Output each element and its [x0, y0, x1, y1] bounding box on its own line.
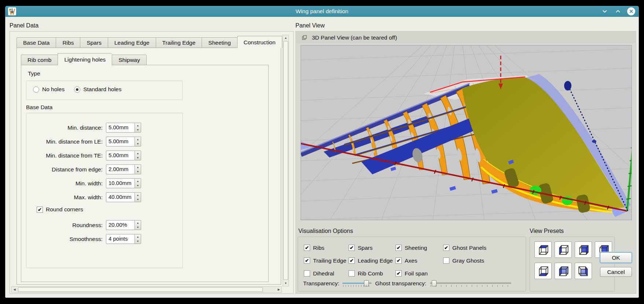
view-preset-top-button[interactable] [534, 241, 552, 258]
3d-viewport[interactable] [301, 45, 632, 220]
max-width-value[interactable]: 40.00mm [106, 192, 135, 202]
spin-up-icon[interactable]: ▲ [135, 193, 141, 197]
round-corners-box[interactable] [37, 207, 43, 213]
min-distance-spin-buttons[interactable]: ▲▼ [135, 123, 141, 133]
min-distance-te-spin-buttons[interactable]: ▲▼ [135, 151, 141, 160]
round-corners-checkbox[interactable]: Round corners [37, 206, 83, 213]
min-distance-te-spinbox[interactable]: 5.00mm ▲▼ [106, 151, 141, 160]
checkbox-ribs-box[interactable] [304, 245, 310, 251]
tab-sheeting[interactable]: Sheeting [202, 37, 237, 48]
tear-off-icon[interactable] [302, 35, 307, 40]
checkbox-dihedral[interactable]: Dihedral [304, 270, 349, 277]
spin-up-icon[interactable]: ▲ [135, 151, 141, 156]
checkbox-axes-box[interactable] [395, 257, 402, 264]
radio-no-holes-circle[interactable] [33, 86, 39, 93]
smoothness-spinbox[interactable]: 4 points ▲▼ [106, 234, 141, 244]
tab-trailing-edge[interactable]: Trailing Edge [156, 37, 202, 48]
min-distance-value[interactable]: 5.00mm [106, 123, 135, 133]
min-width-spinbox[interactable]: 10.00mm ▲▼ [106, 178, 141, 188]
checkbox-leading-edge-box[interactable] [349, 257, 355, 264]
subtab-lightening-holes[interactable]: Lightening holes [58, 53, 112, 65]
spin-down-icon[interactable]: ▼ [135, 183, 141, 188]
smoothness-spin-buttons[interactable]: ▲▼ [135, 234, 141, 244]
checkbox-ribs[interactable]: Ribs [304, 245, 349, 251]
scroll-down-icon[interactable]: ▼ [283, 281, 288, 286]
max-width-spin-buttons[interactable]: ▲▼ [135, 192, 141, 202]
maximize-icon[interactable] [614, 7, 622, 15]
checkbox-trailing-edge[interactable]: Trailing Edge [304, 257, 349, 264]
radio-no-holes[interactable]: No holes [33, 86, 65, 93]
min-distance-te-value[interactable]: 5.00mm [106, 151, 135, 160]
spin-down-icon[interactable]: ▼ [135, 197, 141, 202]
roundness-spin-buttons[interactable]: ▲▼ [135, 220, 141, 230]
distance-from-edge-spinbox[interactable]: 2.00mm ▲▼ [106, 164, 141, 174]
spin-down-icon[interactable]: ▼ [135, 225, 141, 230]
roundness-value[interactable]: 20.00% [106, 220, 135, 230]
checkbox-spars[interactable]: Spars [349, 245, 395, 251]
checkbox-leading-edge[interactable]: Leading Edge [349, 257, 395, 264]
distance-from-edge-spin-buttons[interactable]: ▲▼ [135, 164, 141, 174]
ghost-transparency-slider[interactable] [430, 279, 511, 288]
checkbox-trailing-edge-box[interactable] [304, 257, 310, 264]
ok-button[interactable]: OK [600, 252, 632, 263]
minimize-icon[interactable] [601, 7, 609, 15]
checkbox-ghost-panels[interactable]: Ghost Panels [443, 245, 486, 251]
distance-from-edge-value[interactable]: 2.00mm [106, 164, 135, 174]
tab-construction[interactable]: Construction [237, 36, 282, 48]
roundness-spinbox[interactable]: 20.00% ▲▼ [106, 220, 141, 230]
close-icon[interactable]: ✕ [627, 7, 635, 15]
min-distance-spinbox[interactable]: 5.00mm ▲▼ [106, 123, 141, 133]
spin-up-icon[interactable]: ▲ [135, 179, 141, 183]
checkbox-ghost-panels-box[interactable] [443, 245, 449, 251]
3d-wing-scene[interactable] [301, 45, 632, 220]
transparency-slider[interactable] [342, 279, 372, 288]
spin-down-icon[interactable]: ▼ [135, 170, 141, 174]
tab-leading-edge[interactable]: Leading Edge [108, 37, 156, 48]
spin-up-icon[interactable]: ▲ [135, 137, 141, 142]
min-distance-le-spin-buttons[interactable]: ▲▼ [135, 137, 141, 147]
checkbox-dihedral-box[interactable] [304, 270, 310, 277]
view-preset-front-right-button[interactable] [575, 263, 592, 279]
scroll-up-icon[interactable]: ▲ [283, 35, 288, 41]
spin-up-icon[interactable]: ▲ [135, 165, 141, 170]
view-preset-front-button[interactable] [555, 241, 572, 258]
horizontal-scrollbar[interactable]: ◀ ▶ [11, 286, 282, 293]
checkbox-spars-box[interactable] [349, 245, 355, 251]
checkbox-sheeting-box[interactable] [395, 245, 402, 251]
smoothness-value[interactable]: 4 points [106, 234, 135, 244]
checkbox-gray-ghosts-box[interactable] [443, 257, 449, 264]
spin-down-icon[interactable]: ▼ [135, 239, 141, 244]
min-width-spin-buttons[interactable]: ▲▼ [135, 178, 141, 188]
view-preset-back-right-button[interactable] [555, 263, 572, 279]
min-distance-le-spinbox[interactable]: 5.00mm ▲▼ [106, 137, 141, 147]
tab-ribs[interactable]: Ribs [56, 37, 80, 48]
tab-base-data[interactable]: Base Data [16, 37, 56, 48]
checkbox-sheeting[interactable]: Sheeting [395, 245, 443, 251]
view-preset-bottom-button[interactable] [534, 263, 552, 279]
view-preset-side-button[interactable] [575, 241, 592, 258]
spin-down-icon[interactable]: ▼ [135, 128, 141, 133]
vertical-scrollbar[interactable]: ▲ ▼ [283, 35, 289, 286]
spin-up-icon[interactable]: ▲ [135, 123, 141, 128]
scroll-right-icon[interactable]: ▶ [276, 287, 281, 292]
checkbox-foil-span[interactable]: Foil span [395, 270, 443, 277]
titlebar[interactable]: Wing panel definition ✕ [5, 6, 639, 17]
min-distance-le-value[interactable]: 5.00mm [106, 137, 135, 147]
checkbox-foil-span-box[interactable] [395, 270, 402, 277]
spin-up-icon[interactable]: ▲ [135, 220, 141, 225]
subtab-shipway[interactable]: Shipway [112, 55, 147, 65]
subtab-rib-comb[interactable]: Rib comb [21, 55, 58, 65]
max-width-spinbox[interactable]: 40.00mm ▲▼ [106, 192, 141, 202]
checkbox-rib-comb[interactable]: Rib Comb [349, 270, 395, 277]
dock-titlebar[interactable]: 3D Panel View (can be teared off) [296, 32, 636, 43]
cancel-button[interactable]: Cancel [600, 267, 632, 277]
min-width-value[interactable]: 10.00mm [106, 178, 135, 188]
spin-down-icon[interactable]: ▼ [135, 142, 141, 147]
spin-up-icon[interactable]: ▲ [135, 234, 141, 239]
checkbox-axes[interactable]: Axes [395, 257, 443, 264]
horizontal-scroll-thumb[interactable] [18, 287, 263, 292]
checkbox-gray-ghosts[interactable]: Gray Ghosts [443, 257, 486, 264]
radio-standard-holes-circle[interactable] [74, 86, 80, 93]
spin-down-icon[interactable]: ▼ [135, 156, 141, 160]
vertical-scroll-thumb[interactable] [283, 41, 288, 280]
